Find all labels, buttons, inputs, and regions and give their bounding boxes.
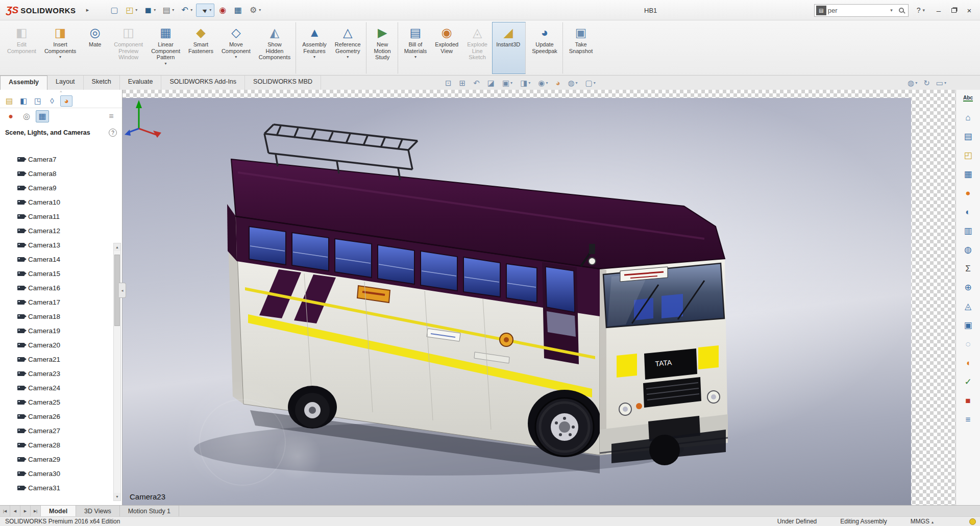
search-go-button[interactable] — [895, 8, 908, 13]
help-dropdown-caret-icon[interactable]: ▾ — [922, 8, 931, 13]
touch-mode-button[interactable]: ◉ ▾ — [215, 4, 230, 16]
bill-of-materials-button[interactable]: ▤ Bill of Materials ▾ — [400, 22, 431, 74]
dimxpertmanager-icon[interactable]: ◊ — [46, 95, 58, 107]
instant3d-button[interactable]: ◢ Instant3D ▾ — [492, 22, 526, 74]
smart-fasteners-button[interactable]: ◆ Smart Fasteners ▾ — [184, 22, 217, 74]
status-sphere-icon[interactable] — [969, 518, 976, 525]
dropdown-caret-icon[interactable]: ▾ — [576, 81, 578, 85]
camera-item[interactable]: Camera9 — [0, 181, 122, 195]
command-tab[interactable]: Evaluate — [120, 76, 162, 90]
home-icon[interactable]: ⌂ — [961, 112, 976, 123]
save-button[interactable]: ◼ ▾ — [141, 4, 158, 16]
magnifier-icon[interactable]: ◌ — [961, 338, 976, 349]
dropdown-caret-icon[interactable]: ▾ — [135, 8, 137, 12]
open-button[interactable]: ◰ ▾ — [122, 4, 140, 16]
copy-settings-icon[interactable]: ▣ — [961, 319, 976, 331]
camera-item[interactable]: Camera21 — [0, 352, 122, 366]
camera-item[interactable]: Camera25 — [0, 395, 122, 409]
zoom-to-fit-icon[interactable]: ⊡ ▾ — [445, 79, 452, 87]
layers-icon[interactable]: ≡ — [961, 414, 976, 425]
dropdown-caret-icon[interactable]: ▾ — [190, 8, 192, 12]
camera-item[interactable]: Camera27 — [0, 423, 122, 438]
command-tab[interactable]: Assembly — [0, 76, 47, 90]
panel-splitter-handle[interactable]: ^ — [0, 90, 122, 94]
section-view-icon[interactable]: ◪ ▾ — [487, 79, 495, 87]
property-tab-button[interactable]: ▦ ▾ — [231, 4, 245, 16]
menu-expand-arrow-icon[interactable]: ▸ — [81, 7, 94, 13]
hide-show-items-icon[interactable]: ◉ ▾ — [538, 79, 548, 87]
paint-icon[interactable]: ◖ — [961, 357, 976, 368]
search-box[interactable]: ▤ ▾ — [814, 4, 909, 17]
minimize-button[interactable]: – — [931, 4, 946, 17]
dropdown-caret-icon[interactable]: ▾ — [165, 61, 167, 66]
camera-item[interactable]: Camera23 — [0, 366, 122, 381]
units-selector[interactable]: MMGS▴ — [911, 518, 934, 525]
file-explorer-icon[interactable]: ◰ — [961, 149, 976, 161]
linear-component-pattern-button[interactable]: ▦ Linear Component Pattern ▾ — [147, 22, 184, 74]
displaymanager-icon[interactable]: ◕ — [60, 95, 72, 107]
zoom-to-area-icon[interactable]: ⊞ ▾ — [459, 79, 466, 87]
camera-item[interactable]: Camera30 — [0, 466, 122, 481]
dropdown-caret-icon[interactable]: ▾ — [944, 81, 946, 85]
view-orientation-icon[interactable]: ▣ ▾ — [502, 79, 512, 87]
camera-item[interactable]: Camera11 — [0, 209, 122, 223]
dropdown-caret-icon[interactable]: ▾ — [915, 81, 917, 85]
scene-lights-cameras-tab-icon[interactable]: ▦ — [36, 110, 49, 122]
reference-geometry-button[interactable]: △ Reference Geometry ▾ — [331, 22, 366, 74]
dropdown-caret-icon[interactable]: ▾ — [594, 81, 596, 85]
units-caret-icon[interactable]: ▴ — [932, 520, 934, 524]
search-dropdown-caret-icon[interactable]: ▾ — [888, 8, 895, 13]
select-button[interactable]: ▲ ▾ — [196, 4, 214, 17]
camera-item[interactable]: Camera8 — [0, 166, 122, 181]
mate-button[interactable]: ◎ Mate ▾ — [80, 22, 110, 74]
camera-item[interactable]: Camera17 — [0, 295, 122, 309]
dropdown-caret-icon[interactable]: ▾ — [510, 81, 512, 85]
camera-item[interactable]: Camera31 — [0, 481, 122, 495]
dropdown-caret-icon[interactable]: ▾ — [313, 55, 315, 59]
dropdown-caret-icon[interactable]: ▾ — [154, 8, 156, 12]
new-document-button[interactable]: ▢ ▾ — [107, 4, 121, 16]
camera-item[interactable]: Camera7 — [0, 152, 122, 166]
dropdown-caret-icon[interactable]: ▾ — [414, 55, 416, 59]
appearances-icon[interactable]: ● — [961, 187, 976, 198]
command-tab[interactable]: Layout — [47, 76, 84, 90]
bus-model[interactable]: TATA — [122, 98, 911, 505]
dropdown-caret-icon[interactable]: ▾ — [528, 81, 530, 85]
options-button[interactable]: ⚙ ▾ — [246, 4, 263, 16]
dropdown-caret-icon[interactable]: ▾ — [546, 81, 548, 85]
undo-button[interactable]: ↶ ▾ — [178, 4, 195, 16]
custom-properties-icon[interactable]: ▥ — [961, 225, 976, 236]
view-palette-icon[interactable]: ▦ — [961, 168, 976, 180]
tab-scroll-next[interactable]: ▶ — [20, 506, 31, 516]
search-input[interactable] — [828, 7, 888, 14]
document-tab[interactable]: Motion Study 1 — [120, 506, 179, 516]
design-library-icon[interactable]: ▤ — [961, 131, 976, 142]
camera-item[interactable]: Camera15 — [0, 266, 122, 281]
tab-scroll-first[interactable]: |◀ — [0, 506, 10, 516]
mass-properties-icon[interactable]: ◬ — [961, 300, 976, 312]
filter-icon[interactable]: ≡ — [105, 110, 118, 122]
insert-components-button[interactable]: ◨ Insert Components ▾ — [40, 22, 80, 74]
camera-item[interactable]: Camera10 — [0, 195, 122, 209]
dropdown-caret-icon[interactable]: ▾ — [59, 55, 61, 59]
command-tab[interactable]: Sketch — [84, 76, 120, 90]
dropdown-caret-icon[interactable]: ▾ — [259, 8, 261, 12]
equations-icon[interactable]: Σ — [961, 263, 976, 274]
scroll-down-arrow-icon[interactable]: ▼ — [114, 493, 120, 500]
lights-tab-icon[interactable]: ◎ — [20, 110, 33, 122]
exploded-view-button[interactable]: ◉ Exploded View ▾ — [431, 22, 462, 74]
show-hidden-components-button[interactable]: ◭ Show Hidden Components ▾ — [255, 22, 296, 74]
explode-line-sketch-button[interactable]: ◬ Explode Line Sketch ▾ — [462, 22, 492, 74]
panel-collapse-handle[interactable]: ◂ — [119, 283, 126, 298]
scene-canvas[interactable]: TATA — [122, 98, 911, 505]
camera-item[interactable]: Camera29 — [0, 452, 122, 466]
rotate-view-icon[interactable]: ↻ ▾ — [923, 79, 930, 87]
dropdown-caret-icon[interactable]: ▾ — [172, 8, 174, 12]
document-tab[interactable]: Model — [41, 506, 76, 516]
dropdown-caret-icon[interactable]: ▾ — [209, 8, 211, 12]
command-tab[interactable]: SOLIDWORKS MBD — [245, 76, 321, 90]
edit-component-button[interactable]: ◧ Edit Component ▾ — [3, 22, 40, 74]
view-settings-icon[interactable]: ▢ ▾ — [585, 79, 596, 87]
restore-button[interactable] — [946, 4, 962, 17]
configurationmanager-icon[interactable]: ◳ — [32, 95, 44, 107]
